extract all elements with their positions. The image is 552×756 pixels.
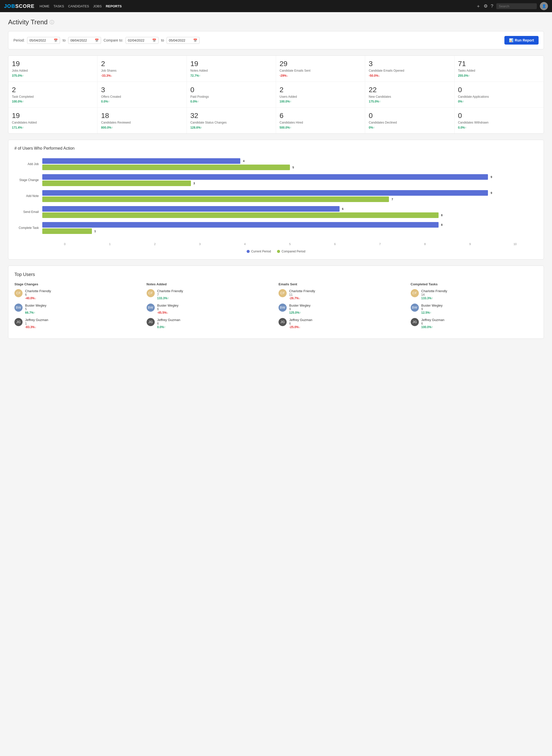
- search-input[interactable]: [496, 3, 537, 9]
- stat-cell: 6 Candidates Hired 500.0%↑: [276, 108, 365, 133]
- nav-reports[interactable]: REPORTS: [106, 4, 122, 8]
- bar-current-wrap: 9: [42, 174, 538, 180]
- user-avatar: CF: [147, 289, 155, 297]
- logo-job: JOB: [4, 3, 15, 9]
- stat-label: Users Added: [280, 95, 361, 99]
- compare-end[interactable]: 📅: [167, 37, 199, 44]
- bar-label: Complete Task: [14, 226, 42, 230]
- user-change: -83.3%↓: [25, 325, 48, 329]
- nav-links: HOME TASKS CANDIDATES JOBS REPORTS: [39, 4, 122, 8]
- stat-change: 0.0%↑: [101, 100, 183, 103]
- user-count: 14: [421, 293, 447, 296]
- stats-wrapper: 19 Jobs Added 375.0%↑ 2 Job Shares -33.3…: [8, 55, 544, 134]
- user-info: Buster Wegley 5 66.7%↑: [25, 304, 46, 314]
- nav-home[interactable]: HOME: [39, 4, 49, 8]
- user-name: Charlotte Friendly: [289, 289, 315, 293]
- stat-change: 0.0%↑: [190, 100, 272, 103]
- user-name: Charlotte Friendly: [25, 289, 51, 293]
- stat-label: Candidate Status Changes: [190, 121, 272, 125]
- chart-card: # of Users Who Performed Action Add Job …: [8, 140, 544, 260]
- cal-icon-1[interactable]: 📅: [54, 38, 58, 42]
- compare-label: Compare to:: [104, 38, 123, 42]
- stat-number: 0: [190, 86, 272, 94]
- cal-icon-3[interactable]: 📅: [152, 38, 156, 42]
- bar-current-wrap: 6: [42, 206, 538, 212]
- stat-number: 0: [458, 112, 540, 120]
- user-change: 133.3%↑: [421, 296, 447, 300]
- x-tick: 5: [267, 243, 312, 246]
- avatar[interactable]: 👤: [540, 2, 548, 10]
- stat-number: 22: [369, 86, 450, 94]
- nav-candidates[interactable]: CANDIDATES: [68, 4, 89, 8]
- bar-current-wrap: 9: [42, 190, 538, 196]
- user-name: Buster Wegley: [289, 304, 310, 307]
- stat-cell: 29 Candidate Emails Sent -29%↓: [276, 56, 365, 82]
- stat-number: 2: [101, 60, 183, 68]
- user-count: 6: [157, 322, 180, 325]
- page-title: Activity Trend: [8, 18, 47, 26]
- bar-current: [42, 174, 488, 180]
- stats-row-1: 19 Jobs Added 375.0%↑ 2 Job Shares -33.3…: [8, 56, 544, 82]
- chart-bar-row: Add Note 9 7: [14, 190, 538, 202]
- stat-change: 72.7%↑: [190, 74, 272, 78]
- cal-icon-2[interactable]: 📅: [95, 38, 99, 42]
- bar-label: Stage Change: [14, 178, 42, 182]
- stat-change: 100.0%↑: [280, 100, 361, 103]
- nav-jobs[interactable]: JOBS: [93, 4, 102, 8]
- run-label: Run Report: [515, 38, 534, 42]
- compare-end-input[interactable]: [169, 38, 192, 42]
- stat-change: -33.3%↓: [101, 74, 183, 78]
- cal-icon-4[interactable]: 📅: [193, 38, 197, 42]
- user-category: Completed Tasks CF Charlotte Friendly 14…: [411, 282, 538, 332]
- user-row: CF Charlotte Friendly 6 -40.0%↓: [14, 289, 142, 300]
- user-count: 6: [25, 293, 51, 296]
- stat-number: 0: [458, 86, 540, 94]
- stat-label: Paid Postings: [190, 95, 272, 99]
- help-icon[interactable]: ?: [491, 4, 493, 9]
- stat-number: 18: [101, 112, 183, 120]
- stat-cell: 2 Job Shares -33.3%↓: [98, 56, 186, 82]
- top-users-title: Top Users: [14, 272, 538, 277]
- compare-start[interactable]: 📅: [126, 37, 158, 44]
- user-name: Jeffrey Guzman: [421, 318, 445, 322]
- user-avatar: JG: [14, 318, 22, 326]
- legend-compared-label: Compared Period: [282, 250, 305, 253]
- bar-compared-wrap: 1: [42, 229, 538, 234]
- user-row: BW Buster Wegley 9 12.5%↑: [411, 304, 538, 314]
- bar-current: [42, 190, 488, 196]
- nav-tasks[interactable]: TASKS: [53, 4, 64, 8]
- date-end[interactable]: 📅: [68, 37, 101, 44]
- logo[interactable]: JOBSCORE: [4, 3, 34, 9]
- user-avatar: CF: [279, 289, 287, 297]
- date-start-input[interactable]: [29, 38, 52, 42]
- user-row: CF Charlotte Friendly 14 133.3%↑: [411, 289, 538, 300]
- gear-icon[interactable]: ⚙: [484, 3, 488, 9]
- user-name: Jeffrey Guzman: [157, 318, 180, 322]
- compare-start-input[interactable]: [128, 38, 151, 42]
- stat-label: Notes Added: [190, 69, 272, 73]
- user-info: Charlotte Friendly 14 133.3%↑: [421, 289, 447, 300]
- stat-change: -50.0%↓: [369, 74, 450, 78]
- stat-label: Job Shares: [101, 69, 183, 73]
- bar-compared-value: 7: [392, 198, 393, 201]
- bar-compared: [42, 229, 92, 234]
- category-title: Notes Added: [147, 282, 274, 286]
- add-icon[interactable]: ＋: [476, 3, 480, 9]
- user-change: 12.5%↑: [421, 311, 443, 314]
- top-users-grid: Stage Changes CF Charlotte Friendly 6 -4…: [14, 282, 538, 332]
- run-icon: 📊: [509, 38, 513, 42]
- date-start[interactable]: 📅: [27, 37, 60, 44]
- user-avatar: JG: [279, 318, 287, 326]
- category-title: Stage Changes: [14, 282, 142, 286]
- user-name: Jeffrey Guzman: [25, 318, 48, 322]
- date-end-input[interactable]: [71, 38, 93, 42]
- stat-number: 0: [369, 112, 450, 120]
- page-title-row: Activity Trend ⓘ: [8, 18, 544, 26]
- stat-number: 3: [369, 60, 450, 68]
- stat-cell: 0 Paid Postings 0.0%↑: [187, 82, 276, 108]
- page-help-icon[interactable]: ⓘ: [50, 19, 54, 25]
- stat-change: 0%↑: [369, 126, 450, 129]
- run-report-button[interactable]: 📊 Run Report: [505, 36, 539, 44]
- bar-compared-wrap: 3: [42, 180, 538, 186]
- bar-current-value: 4: [243, 159, 244, 163]
